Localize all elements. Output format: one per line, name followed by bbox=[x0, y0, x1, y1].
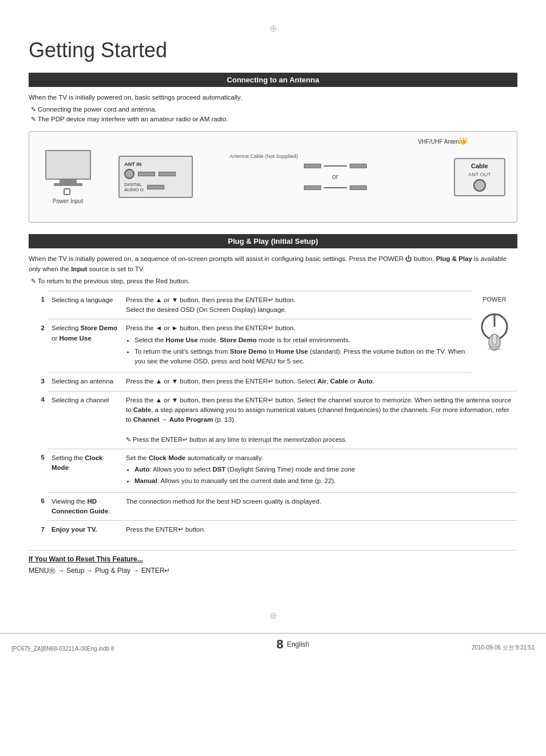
footer-date: 2010-09-06 오전 9:31:51 bbox=[472, 644, 535, 652]
tv-stand bbox=[60, 180, 77, 184]
power-button-svg bbox=[476, 307, 513, 358]
ant-out-label: ANT OUT bbox=[458, 172, 501, 177]
antenna-symbol: 🔱 bbox=[458, 136, 468, 145]
step-4-label: Selecting a channel bbox=[48, 391, 122, 449]
step-1-row: 1 Selecting a language Press the ▲ or ▼ … bbox=[29, 291, 517, 319]
section2-note: To return to the previous step, press th… bbox=[29, 278, 517, 285]
conn-port-2 bbox=[350, 164, 367, 168]
step-2-num: 2 bbox=[29, 319, 48, 373]
step-7-desc: Press the ENTER↵ button. bbox=[122, 521, 517, 539]
bottom-crosshair: ⊕ bbox=[29, 610, 517, 621]
step-5-num: 5 bbox=[29, 449, 48, 492]
step-1-desc: Press the ▲ or ▼ button, then press the … bbox=[122, 291, 472, 319]
page-container: ⊕ Getting Started Connecting to an Anten… bbox=[0, 0, 546, 655]
step-3-row: 3 Selecting an antenna Press the ▲ or ▼ … bbox=[29, 373, 517, 391]
power-label: POWER bbox=[482, 295, 507, 304]
step-5-label: Setting the Clock Mode bbox=[48, 449, 122, 492]
step-2-row: 2 Selecting Store Demo or Home Use Press… bbox=[29, 319, 517, 373]
power-image-cell: POWER bbox=[472, 291, 517, 391]
step-4-desc: Press the ▲ or ▼ button, then press the … bbox=[122, 391, 517, 449]
footer-lang: English bbox=[287, 640, 309, 648]
conn-line-1 bbox=[324, 165, 347, 167]
back-panel-area: ANT IN DIGITALAUDIO O bbox=[95, 156, 216, 198]
section1-note1: Connecting the power cord and antenna. bbox=[29, 106, 517, 113]
reset-title: If You Want to Reset This Feature... bbox=[29, 555, 517, 563]
ant-in-label: ANT IN bbox=[124, 161, 187, 167]
step-6-row: 6 Viewing the HD Connection Guide. The c… bbox=[29, 492, 517, 521]
step-1-num: 1 bbox=[29, 291, 48, 319]
tv-base bbox=[54, 183, 82, 185]
tv-screen bbox=[45, 150, 91, 180]
power-input-label: Power Input bbox=[53, 198, 83, 204]
section1-note2: The PDP device may interfere with an ama… bbox=[29, 116, 517, 123]
audio-port bbox=[147, 185, 164, 189]
section1-intro: When the TV is initially powered on, bas… bbox=[29, 93, 517, 102]
footer-file-info: [PC675_ZA]BN68-03211A-00Eng.indb 8 bbox=[11, 646, 114, 652]
cable-port bbox=[473, 179, 486, 192]
section1-header: Connecting to an Antenna bbox=[29, 73, 517, 87]
top-crosshair: ⊕ bbox=[29, 23, 517, 34]
tv-device: Power Input bbox=[41, 150, 95, 204]
step-2-desc: Press the ◄ or ► button, then press the … bbox=[122, 319, 472, 373]
step-7-num: 7 bbox=[29, 521, 48, 539]
section2-intro: When the TV is initially powered on, a s… bbox=[29, 254, 517, 274]
conn-port-4 bbox=[350, 185, 367, 190]
cable-box-label: Cable bbox=[458, 163, 501, 169]
step-4-num: 4 bbox=[29, 391, 48, 449]
hdmi-port-1 bbox=[138, 172, 155, 176]
svg-rect-3 bbox=[492, 334, 497, 345]
steps-table: 1 Selecting a language Press the ▲ or ▼ … bbox=[29, 291, 517, 539]
connection-lines: or bbox=[216, 164, 454, 190]
conn-port-3 bbox=[304, 185, 321, 190]
reset-formula: MENU㊗ → Setup → Plug & Play → ENTER↵ bbox=[29, 566, 517, 576]
step-4-row: 4 Selecting a channel Press the ▲ or ▼ b… bbox=[29, 391, 517, 449]
page-num-box: 8 English bbox=[276, 637, 310, 652]
step-7-row: 7 Enjoy your TV. Press the ENTER↵ button… bbox=[29, 521, 517, 539]
step-7-label: Enjoy your TV. bbox=[48, 521, 122, 539]
conn-port-1 bbox=[304, 164, 321, 168]
page-number: 8 bbox=[276, 637, 283, 652]
ant-cable-label: Antenna Cable (Not Supplied) bbox=[230, 153, 298, 159]
footer-bar: [PC675_ZA]BN68-03211A-00Eng.indb 8 8 Eng… bbox=[0, 633, 546, 655]
conn-line-2 bbox=[324, 187, 347, 188]
step-1-label: Selecting a language bbox=[48, 291, 122, 319]
step-5-desc: Set the Clock Mode automatically or manu… bbox=[122, 449, 517, 492]
step-5-row: 5 Setting the Clock Mode Set the Clock M… bbox=[29, 449, 517, 492]
step-6-desc: The connection method for the best HD sc… bbox=[122, 492, 517, 521]
step-6-num: 6 bbox=[29, 492, 48, 521]
hdmi-port-2 bbox=[159, 172, 176, 176]
step-3-label: Selecting an antenna bbox=[48, 373, 122, 391]
step-3-num: 3 bbox=[29, 373, 48, 391]
step-2-label: Selecting Store Demo or Home Use bbox=[48, 319, 122, 373]
power-icon-wrap: POWER bbox=[475, 295, 514, 358]
step-6-label: Viewing the HD Connection Guide. bbox=[48, 492, 122, 521]
cable-box: Cable ANT OUT bbox=[454, 158, 505, 196]
or-text: or bbox=[329, 173, 341, 181]
page-title: Getting Started bbox=[29, 38, 517, 62]
ant-in-port bbox=[124, 169, 134, 179]
antenna-diagram: VHF/UHF Antenna Antenna Cable (Not Suppl… bbox=[29, 131, 517, 223]
section2-header: Plug & Play (Initial Setup) bbox=[29, 234, 517, 248]
reset-section: If You Want to Reset This Feature... MEN… bbox=[29, 550, 517, 576]
step-3-desc: Press the ▲ or ▼ button, then press the … bbox=[122, 373, 472, 391]
